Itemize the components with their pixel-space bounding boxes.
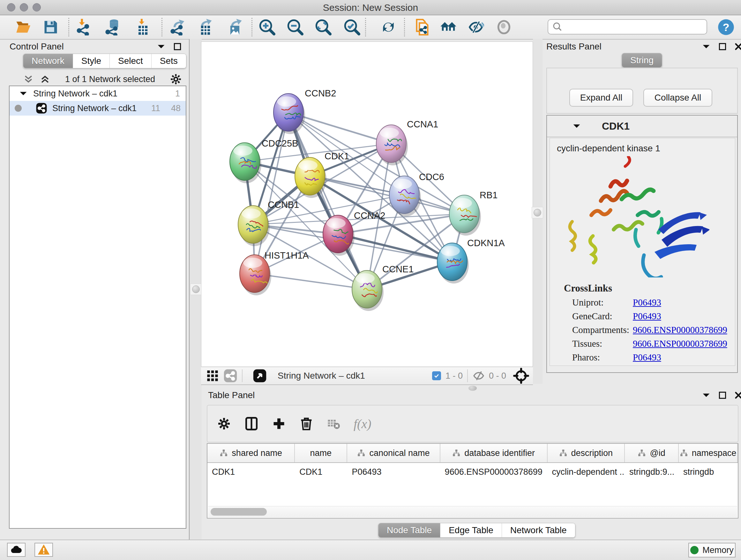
left-splitter-handle[interactable] [190,284,202,295]
home-icon[interactable] [440,18,457,36]
zoom-selected-icon[interactable] [343,18,360,36]
crosslink-link[interactable]: 9606.ENSP00000378699 [633,325,727,335]
network-canvas[interactable]: CCNB2CCNA1CDC25BCDK1CDC6RB1CCNB1CCNA2CDK… [201,42,533,367]
gene-details: cyclin-dependent kinase 1 [549,138,735,366]
gene-section-header[interactable]: CDK1 [547,116,737,137]
open-session-icon[interactable] [15,18,32,36]
left-splitter[interactable] [189,39,202,540]
cell-database-identifier[interactable]: 9606.ENSP00000378699 [441,463,548,481]
network-view-share-icon[interactable] [223,369,238,383]
memory-button[interactable]: Memory [688,543,736,557]
float-panel-icon[interactable] [719,43,726,51]
node-CCNE1[interactable]: CCNE1 [352,264,414,311]
hidden-eye-icon[interactable] [472,369,485,382]
tab-style[interactable]: Style [73,54,110,68]
network-graph[interactable]: CCNB2CCNA1CDC25BCDK1CDC6RB1CCNB1CCNA2CDK… [201,42,533,367]
table-row[interactable]: CDK1CDK1P064939606.ENSP00000378699cyclin… [207,463,738,481]
collection-expander-icon[interactable] [19,90,27,97]
column-header-description[interactable]: description [548,444,625,462]
column-header-shared-name[interactable]: shared name [207,444,295,462]
horizontal-splitter-handle[interactable] [468,386,477,391]
fit-selected-crosshair-icon[interactable] [513,368,529,384]
warnings-button[interactable] [35,543,53,557]
tab-string[interactable]: String [622,53,662,67]
birds-eye-view-icon[interactable] [253,369,267,383]
show-columns-icon[interactable] [245,417,259,431]
export-table-icon[interactable] [197,18,214,36]
tab-node-table[interactable]: Node Table [379,523,441,537]
tab-select[interactable]: Select [110,54,151,68]
hide-selected-eye-icon[interactable] [467,18,484,36]
import-network-file-icon[interactable] [75,18,92,36]
zoom-fit-icon[interactable] [315,18,332,36]
node-CDC6[interactable]: CDC6 [389,172,444,216]
cell-shared-name[interactable]: CDK1 [207,463,295,481]
network-collection-row[interactable]: String Network – cdk1 1 [10,86,186,101]
crosslink-link[interactable]: P06493 [633,311,661,321]
edge-CCNE1-HIST1H1A[interactable] [255,273,367,289]
cell-name[interactable]: CDK1 [295,463,347,481]
float-panel-icon[interactable] [719,391,726,399]
refresh-layout-icon[interactable] [380,18,397,36]
close-panel-icon[interactable] [735,391,741,399]
network-row[interactable]: String Network – cdk1 11 48 [10,101,186,116]
network-options-gear-icon[interactable] [170,73,182,85]
selected-checkbox-icon[interactable] [432,371,441,380]
zoom-in-icon[interactable] [259,18,276,36]
show-all-eye-icon[interactable] [495,18,513,36]
crosslink-link[interactable]: P06493 [633,297,661,308]
delete-column-trash-icon[interactable] [299,417,313,431]
gene-expander-icon[interactable] [572,123,581,129]
float-panel-icon[interactable] [174,43,181,51]
table-settings-gear-icon[interactable] [217,417,231,431]
node-HIST1H1A[interactable]: HIST1H1A [240,250,309,295]
panel-menu-icon[interactable] [702,44,711,50]
right-splitter-handle[interactable] [532,207,543,219]
cell-canonical-name[interactable]: P06493 [347,463,440,481]
cell-description[interactable]: cyclin-dependent ... [548,463,625,481]
cell--id[interactable]: stringdb:9... [625,463,679,481]
scrollbar-thumb[interactable] [211,508,267,516]
cell-namespace[interactable]: stringdb [679,463,738,481]
expand-all-icon[interactable] [40,74,51,84]
column-header-namespace[interactable]: namespace [679,444,738,462]
node-CDKN1A[interactable]: CDKN1A [437,238,505,284]
cloud-status-button[interactable] [7,543,25,557]
tab-network-table[interactable]: Network Table [502,523,575,537]
tab-network[interactable]: Network [23,54,73,68]
column-header-name[interactable]: name [295,444,347,462]
help-icon[interactable]: ? [718,18,735,36]
crosslink-link[interactable]: 9606.ENSP00000378699 [633,338,727,349]
export-network-icon[interactable] [170,18,187,36]
tab-edge-table[interactable]: Edge Table [441,523,502,537]
edge-HIST1H1A-CCNB2[interactable] [255,112,288,273]
column-header-database-identifier[interactable]: database identifier [441,444,548,462]
import-table-icon[interactable] [134,18,151,36]
grid-view-icon[interactable] [206,369,219,382]
close-panel-icon[interactable] [735,43,741,51]
tab-sets[interactable]: Sets [151,54,186,68]
formula-builder-icon[interactable]: f(x) [354,416,372,431]
panel-menu-icon[interactable] [157,44,165,50]
collapse-all-icon[interactable] [23,74,34,84]
edge-CCNB2-CCNE1[interactable] [288,112,367,289]
column-header--id[interactable]: @id [625,444,679,462]
crosslink-link[interactable]: P06493 [633,352,661,363]
search-input[interactable] [563,22,701,32]
add-column-icon[interactable] [272,417,286,431]
zoom-out-icon[interactable] [286,18,304,36]
search-box[interactable] [548,19,707,35]
crosslink-row: Compartments:9606.ENSP00000378699 [572,325,735,335]
export-image-icon[interactable] [226,18,244,36]
save-session-icon[interactable] [42,18,59,36]
column-header-canonical-name[interactable]: canonical name [347,444,440,462]
clone-network-icon[interactable] [414,18,431,36]
table-horizontal-scrollbar[interactable] [208,506,737,517]
collapse-all-button[interactable]: Collapse All [643,89,712,107]
expand-all-button[interactable]: Expand All [569,89,633,107]
node-RB1[interactable]: RB1 [449,190,497,236]
right-splitter[interactable] [533,39,542,384]
delete-table-icon[interactable] [327,417,340,430]
import-network-database-icon[interactable] [105,18,122,36]
panel-menu-icon[interactable] [702,392,711,398]
